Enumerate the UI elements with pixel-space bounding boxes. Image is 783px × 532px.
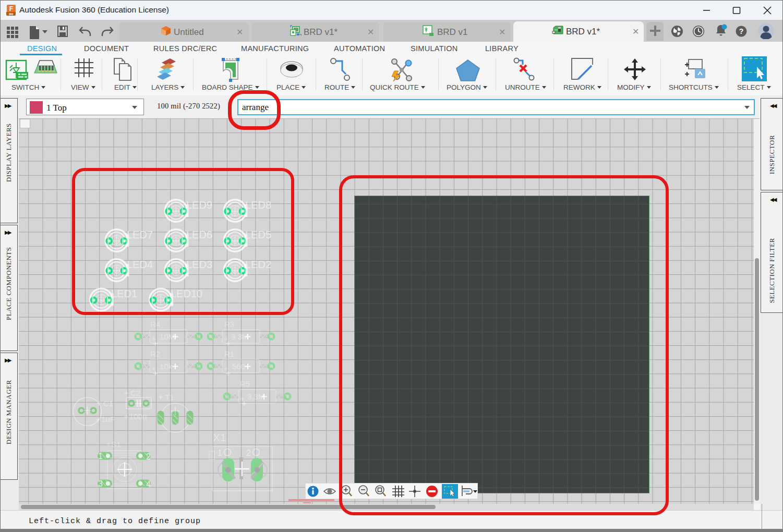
svg-text:R1: R1 xyxy=(224,349,234,358)
svg-text:X1: X1 xyxy=(213,431,226,443)
svg-text:C2: C2 xyxy=(130,389,140,397)
svg-text:10M: 10M xyxy=(160,332,175,341)
svg-text:R5: R5 xyxy=(240,379,250,388)
svg-text:1: 1 xyxy=(98,452,103,461)
svg-text:?: ? xyxy=(739,27,744,35)
svg-text:560: 560 xyxy=(232,362,245,371)
svg-text:360: 360 xyxy=(9,13,14,16)
svg-text:S1: S1 xyxy=(111,440,121,449)
svg-text:10k: 10k xyxy=(160,362,173,371)
svg-text:R3: R3 xyxy=(224,320,234,329)
svg-text:2: 2 xyxy=(246,449,251,457)
svg-text:R2: R2 xyxy=(150,349,160,358)
svg-text:2: 2 xyxy=(146,452,151,461)
svg-text:100n: 100n xyxy=(129,412,147,421)
svg-text:3.3M: 3.3M xyxy=(231,332,248,341)
svg-text:1: 1 xyxy=(218,449,222,457)
svg-text:3.3M: 3.3M xyxy=(247,392,264,401)
svg-text:R4: R4 xyxy=(150,320,160,329)
svg-text:T1: T1 xyxy=(165,393,174,402)
svg-text:F: F xyxy=(9,5,13,13)
svg-text:C1: C1 xyxy=(103,399,113,408)
svg-text:1uF: 1uF xyxy=(101,415,115,424)
svg-text:4: 4 xyxy=(146,480,151,489)
svg-text:3: 3 xyxy=(98,479,103,488)
